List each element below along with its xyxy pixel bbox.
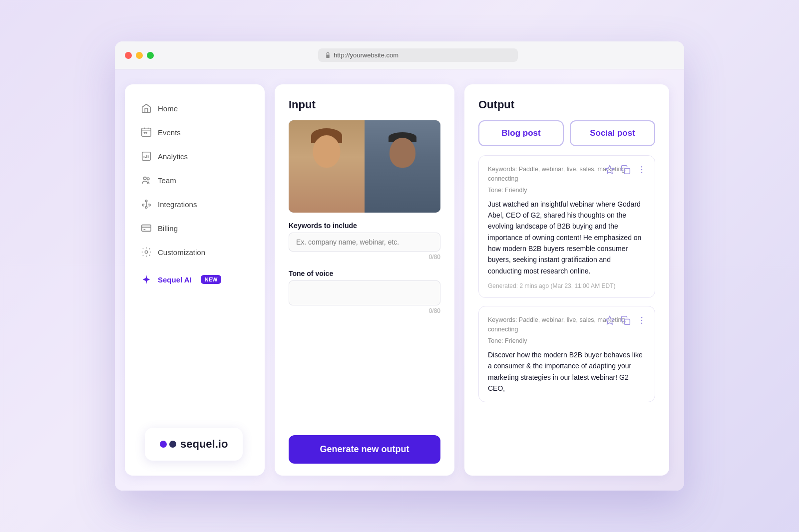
card-1-tone: Tone: Friendly xyxy=(488,187,646,194)
card-2-text: Discover how the modern B2B buyer behave… xyxy=(488,349,646,394)
sparkle-icon xyxy=(141,274,152,285)
sidebar-item-integrations[interactable]: Integrations xyxy=(129,193,261,216)
sequel-logo: sequel.io xyxy=(160,438,228,451)
sidebar-item-sequel-ai[interactable]: Sequel AI NEW xyxy=(129,268,261,291)
output-title: Output xyxy=(478,98,655,111)
events-label: Events xyxy=(158,128,181,137)
video-left xyxy=(289,120,365,213)
svg-point-14 xyxy=(641,169,643,171)
output-card-2: Keywords: Paddle, webinar, live, sales, … xyxy=(478,306,655,402)
svg-point-2 xyxy=(144,132,145,133)
input-title: Input xyxy=(289,98,440,111)
integrations-label: Integrations xyxy=(158,200,197,209)
sidebar-item-events[interactable]: Events xyxy=(129,121,261,144)
keywords-label: Keywords to include xyxy=(289,222,440,230)
svg-point-10 xyxy=(145,251,148,254)
browser-window: http://yourwebsite.com sequel.io xyxy=(115,41,684,491)
svg-point-6 xyxy=(147,178,149,180)
tone-char-count: 0/80 xyxy=(289,307,440,314)
sidebar-item-billing[interactable]: Billing xyxy=(129,217,261,240)
output-cards: Keywords: Paddle, webinar, live, sales, … xyxy=(478,155,655,464)
svg-point-13 xyxy=(641,166,643,168)
output-card-1: Keywords: Paddle, webinar, live, sales, … xyxy=(478,155,655,298)
customization-label: Customization xyxy=(158,248,205,257)
home-icon xyxy=(141,103,152,114)
minimize-button[interactable] xyxy=(136,52,143,59)
face-left xyxy=(313,135,341,168)
browser-content-area: sequel.io Home xyxy=(115,69,684,491)
keywords-input[interactable] xyxy=(289,233,440,252)
keywords-char-count: 0/80 xyxy=(289,254,440,261)
sidebar: Home Events Analytic xyxy=(125,84,265,476)
tone-input[interactable] xyxy=(289,280,440,305)
close-button[interactable] xyxy=(125,52,132,59)
card-1-actions xyxy=(604,164,648,176)
card-1-text: Just watched an insightful webinar where… xyxy=(488,199,646,277)
customization-icon xyxy=(141,247,152,258)
logo-text: sequel.io xyxy=(180,438,228,451)
svg-point-15 xyxy=(641,172,643,174)
card-2-actions xyxy=(604,314,648,326)
keywords-field-group: Keywords to include 0/80 xyxy=(289,222,440,261)
svg-point-19 xyxy=(641,320,643,321)
tone-label: Tone of voice xyxy=(289,269,440,277)
billing-icon xyxy=(141,223,152,234)
svg-point-20 xyxy=(641,323,643,324)
card-1-copy-button[interactable] xyxy=(620,164,632,176)
sidebar-item-home[interactable]: Home xyxy=(129,97,261,120)
svg-rect-12 xyxy=(625,169,630,174)
events-icon xyxy=(141,127,152,138)
tab-blog-post[interactable]: Blog post xyxy=(478,120,564,146)
card-2-more-button[interactable] xyxy=(636,314,648,326)
home-label: Home xyxy=(158,104,178,113)
svg-point-3 xyxy=(146,132,147,133)
face-right xyxy=(390,138,415,168)
video-right xyxy=(365,120,440,213)
sidebar-item-customization[interactable]: Customization xyxy=(129,241,261,264)
new-badge: NEW xyxy=(201,275,222,284)
svg-point-18 xyxy=(641,317,643,318)
logo-dot-2 xyxy=(169,441,176,448)
sidebar-item-team[interactable]: Team xyxy=(129,169,261,192)
svg-marker-16 xyxy=(606,316,614,324)
svg-rect-9 xyxy=(142,225,151,232)
sequel-ai-label: Sequel AI xyxy=(158,275,192,284)
analytics-icon xyxy=(141,151,152,162)
card-1-timestamp: Generated: 2 mins ago (Mar 23, 11:00 AM … xyxy=(488,282,646,289)
analytics-label: Analytics xyxy=(158,152,188,161)
logo-card: sequel.io xyxy=(145,428,243,461)
tab-social-post[interactable]: Social post xyxy=(570,120,655,146)
svg-point-8 xyxy=(145,207,147,209)
billing-label: Billing xyxy=(158,224,178,233)
card-2-tone: Tone: Friendly xyxy=(488,337,646,344)
team-icon xyxy=(141,175,152,186)
output-tabs: Blog post Social post xyxy=(478,120,655,146)
address-bar[interactable]: http://yourwebsite.com xyxy=(318,48,518,62)
svg-point-5 xyxy=(144,177,147,180)
team-label: Team xyxy=(158,176,176,185)
lock-icon xyxy=(325,52,331,58)
video-thumbnail xyxy=(289,120,440,213)
svg-rect-17 xyxy=(625,319,630,325)
svg-marker-11 xyxy=(606,166,614,174)
maximize-button[interactable] xyxy=(147,52,154,59)
card-2-star-button[interactable] xyxy=(604,314,616,326)
tone-field-group: Tone of voice 0/80 xyxy=(289,269,440,314)
integrations-icon xyxy=(141,199,152,210)
card-2-copy-button[interactable] xyxy=(620,314,632,326)
svg-rect-4 xyxy=(142,152,151,161)
browser-chrome: http://yourwebsite.com xyxy=(115,41,684,69)
sidebar-item-analytics[interactable]: Analytics xyxy=(129,145,261,168)
generate-button[interactable]: Generate new output xyxy=(289,435,440,464)
card-1-star-button[interactable] xyxy=(604,164,616,176)
svg-rect-0 xyxy=(326,55,330,58)
svg-point-7 xyxy=(145,200,147,202)
traffic-lights xyxy=(125,52,154,59)
input-panel: Input Keywords to include xyxy=(275,84,454,476)
logo-dot-1 xyxy=(160,441,167,448)
output-panel: Output Blog post Social post xyxy=(464,84,669,476)
url-text: http://yourwebsite.com xyxy=(334,51,399,59)
logo-dots xyxy=(160,441,176,448)
card-1-more-button[interactable] xyxy=(636,164,648,176)
